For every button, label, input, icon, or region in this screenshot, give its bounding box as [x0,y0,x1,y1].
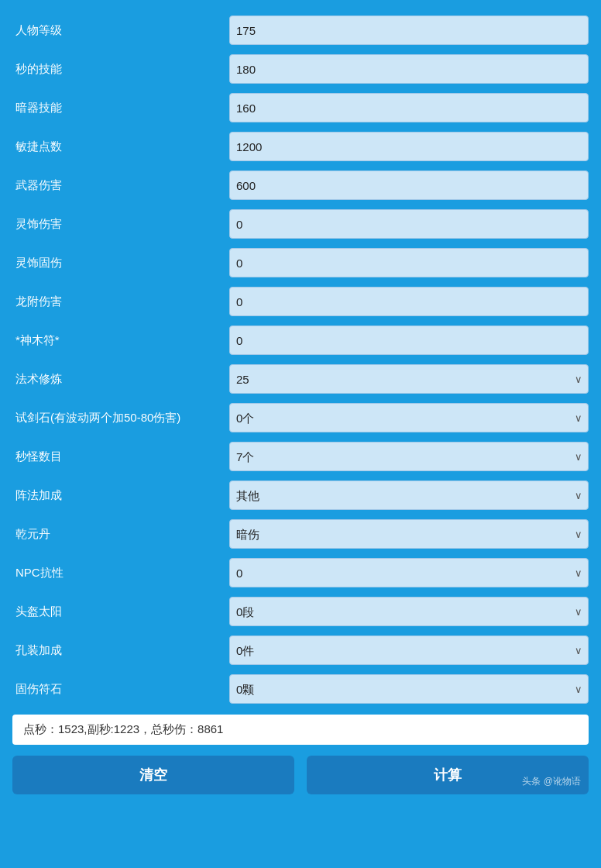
clear-button[interactable]: 清空 [12,756,294,794]
input-wrap-fixed-stone: 0颗1颗2颗3颗4颗5颗∨ [229,674,589,704]
select-npc-resist[interactable]: 01020304050 [229,558,589,587]
row-fa-shu: 法术修炼051015202530∨ [12,363,589,395]
row-char-level: 人物等级 [12,14,589,46]
input-wrap-weapon-dmg [229,170,589,200]
select-wrap-helmet-sun: 0段1段2段3段4段5段∨ [229,597,589,626]
input-wrap-char-level [229,16,589,45]
row-dragon-dmg: 龙附伤害 [12,285,589,318]
input-wrap-fa-shu: 051015202530∨ [229,364,589,394]
input-wrap-shi-jian: 0个1个2个3个∨ [229,403,589,432]
input-wrap-hidden-weapon [229,93,589,122]
input-weapon-dmg[interactable] [229,170,589,200]
result-bar: 点秒：1523,副秒:1223，总秒伤：8861 [12,715,589,745]
label-dragon-dmg: 龙附伤害 [12,294,229,309]
input-wrap-array-bonus: 无其他天尊追命∨ [229,480,589,510]
input-ling-fixed[interactable] [229,248,589,277]
select-kong-bonus[interactable]: 0件1件2件3件4件5件 [229,636,589,665]
label-ling-dmg: 灵饰伤害 [12,217,229,232]
select-array-bonus[interactable]: 无其他天尊追命 [229,480,589,510]
label-weapon-dmg: 武器伤害 [12,178,229,193]
label-agility: 敏捷点数 [12,140,229,154]
select-wrap-shi-jian: 0个1个2个3个∨ [229,403,589,432]
btn-row: 清空 计算 [12,756,589,794]
select-helmet-sun[interactable]: 0段1段2段3段4段5段 [229,597,589,626]
label-array-bonus: 阵法加成 [12,488,229,503]
row-weapon-dmg: 武器伤害 [12,169,589,202]
main-container: 人物等级秒的技能暗器技能敏捷点数武器伤害灵饰伤害灵饰固伤龙附伤害*神木符*法术修… [0,0,601,868]
row-helmet-sun: 头盔太阳0段1段2段3段4段5段∨ [12,595,589,628]
row-ling-dmg: 灵饰伤害 [12,208,589,240]
input-wrap-sec-count: 1个2个3个4个5个6个7个8个9个10个∨ [229,442,589,471]
input-sec-skill[interactable] [229,54,589,84]
select-sec-count[interactable]: 1个2个3个4个5个6个7个8个9个10个 [229,442,589,471]
input-wrap-kong-bonus: 0件1件2件3件4件5件∨ [229,636,589,665]
row-array-bonus: 阵法加成无其他天尊追命∨ [12,479,589,512]
label-shen-mu: *神木符* [12,333,229,348]
label-kong-bonus: 孔装加成 [12,643,229,658]
row-shi-jian: 试剑石(有波动两个加50-80伤害)0个1个2个3个∨ [12,401,589,434]
row-fixed-stone: 固伤符石0颗1颗2颗3颗4颗5颗∨ [12,673,589,705]
label-ling-fixed: 灵饰固伤 [12,256,229,270]
input-wrap-sec-skill [229,54,589,84]
select-shi-jian[interactable]: 0个1个2个3个 [229,403,589,432]
select-wrap-kong-bonus: 0件1件2件3件4件5件∨ [229,636,589,665]
input-agility[interactable] [229,132,589,161]
input-wrap-ling-dmg [229,209,589,239]
input-wrap-ling-fixed [229,248,589,277]
select-wrap-fa-shu: 051015202530∨ [229,364,589,394]
label-helmet-sun: 头盔太阳 [12,604,229,619]
select-wrap-array-bonus: 无其他天尊追命∨ [229,480,589,510]
input-wrap-shen-mu [229,326,589,355]
select-wrap-npc-resist: 01020304050∨ [229,558,589,587]
select-wrap-sec-count: 1个2个3个4个5个6个7个8个9个10个∨ [229,442,589,471]
input-wrap-npc-resist: 01020304050∨ [229,558,589,587]
select-fixed-stone[interactable]: 0颗1颗2颗3颗4颗5颗 [229,674,589,704]
input-ling-dmg[interactable] [229,209,589,239]
footer-area: 清空 计算 头条 @讹物语 [12,753,589,794]
row-sec-skill: 秒的技能 [12,53,589,85]
input-shen-mu[interactable] [229,326,589,355]
label-npc-resist: NPC抗性 [12,566,229,580]
row-ling-fixed: 灵饰固伤 [12,246,589,279]
label-fixed-stone: 固伤符石 [12,682,229,697]
label-sec-skill: 秒的技能 [12,62,229,77]
label-char-level: 人物等级 [12,23,229,38]
input-wrap-qian-yuan: 无暗伤固伤∨ [229,519,589,549]
row-sec-count: 秒怪数目1个2个3个4个5个6个7个8个9个10个∨ [12,440,589,473]
select-wrap-qian-yuan: 无暗伤固伤∨ [229,519,589,549]
row-agility: 敏捷点数 [12,130,589,163]
result-text: 点秒：1523,副秒:1223，总秒伤：8861 [23,722,223,735]
row-npc-resist: NPC抗性01020304050∨ [12,556,589,589]
label-fa-shu: 法术修炼 [12,372,229,387]
row-shen-mu: *神木符* [12,324,589,356]
rows-container: 人物等级秒的技能暗器技能敏捷点数武器伤害灵饰伤害灵饰固伤龙附伤害*神木符*法术修… [12,14,589,711]
row-hidden-weapon: 暗器技能 [12,91,589,124]
label-qian-yuan: 乾元丹 [12,527,229,542]
row-qian-yuan: 乾元丹无暗伤固伤∨ [12,518,589,550]
watermark: 头条 @讹物语 [522,775,581,788]
select-wrap-fixed-stone: 0颗1颗2颗3颗4颗5颗∨ [229,674,589,704]
input-wrap-agility [229,132,589,161]
row-kong-bonus: 孔装加成0件1件2件3件4件5件∨ [12,634,589,666]
label-hidden-weapon: 暗器技能 [12,101,229,115]
input-wrap-dragon-dmg [229,287,589,316]
input-hidden-weapon[interactable] [229,93,589,122]
select-qian-yuan[interactable]: 无暗伤固伤 [229,519,589,549]
label-shi-jian: 试剑石(有波动两个加50-80伤害) [12,411,229,425]
input-dragon-dmg[interactable] [229,287,589,316]
select-fa-shu[interactable]: 051015202530 [229,364,589,394]
input-char-level[interactable] [229,16,589,45]
input-wrap-helmet-sun: 0段1段2段3段4段5段∨ [229,597,589,626]
label-sec-count: 秒怪数目 [12,450,229,464]
